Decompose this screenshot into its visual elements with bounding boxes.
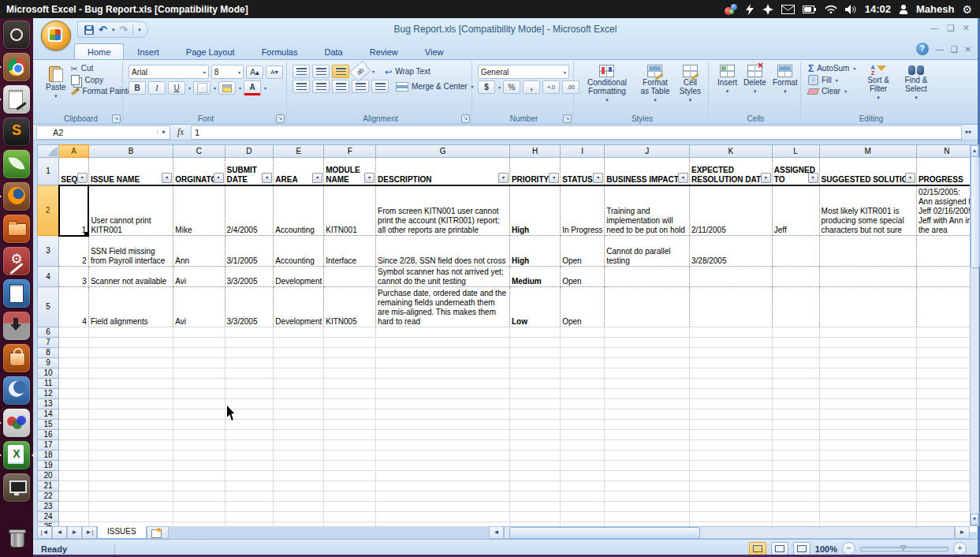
empty-cell[interactable] — [819, 440, 916, 450]
empty-cell[interactable] — [689, 481, 772, 492]
restore-button[interactable]: ❑ — [947, 23, 955, 33]
filter-dropdown[interactable]: ▾ — [678, 173, 688, 183]
empty-cell[interactable] — [274, 481, 324, 492]
cell[interactable] — [772, 287, 819, 327]
empty-cell[interactable] — [605, 471, 690, 481]
empty-cell[interactable] — [324, 512, 376, 522]
zoom-out-button[interactable]: − — [842, 542, 855, 555]
cell[interactable]: Avi — [173, 267, 225, 287]
empty-cell[interactable] — [88, 368, 173, 379]
empty-cell[interactable] — [274, 420, 324, 430]
cell[interactable]: Avi — [173, 287, 225, 327]
empty-cell[interactable] — [605, 389, 690, 399]
cell[interactable]: KITN001 — [324, 185, 376, 236]
empty-cell[interactable] — [274, 338, 324, 348]
header-cell[interactable]: PROGRESS — [916, 158, 977, 185]
font-family-combo[interactable]: Arial▾ — [129, 65, 209, 79]
close-button[interactable]: ✕ — [963, 23, 970, 33]
header-cell[interactable]: DESCRIPTION▾ — [376, 158, 510, 185]
align-center-button[interactable] — [312, 80, 330, 93]
empty-cell[interactable] — [88, 512, 173, 522]
empty-cell[interactable] — [819, 512, 916, 522]
empty-cell[interactable] — [509, 399, 560, 409]
empty-cell[interactable] — [916, 481, 977, 492]
empty-cell[interactable] — [689, 512, 772, 522]
decrease-indent-button[interactable] — [352, 80, 369, 93]
align-top-button[interactable] — [293, 65, 310, 78]
empty-cell[interactable] — [59, 461, 89, 471]
row-header[interactable]: 16 — [38, 430, 59, 440]
empty-cell[interactable] — [561, 471, 605, 481]
empty-cell[interactable] — [173, 461, 225, 471]
empty-cell[interactable] — [561, 481, 605, 492]
empty-cell[interactable] — [173, 358, 225, 368]
empty-cell[interactable] — [561, 379, 605, 389]
empty-cell[interactable] — [274, 327, 324, 338]
column-header-i[interactable]: I — [561, 145, 605, 158]
empty-cell[interactable] — [772, 368, 819, 379]
empty-cell[interactable] — [173, 409, 225, 420]
empty-cell[interactable] — [605, 399, 690, 409]
insert-cells-button[interactable]: Insert▾ — [714, 63, 740, 97]
zoom-level[interactable]: 100% — [815, 544, 837, 554]
empty-cell[interactable] — [689, 399, 772, 409]
cell[interactable]: From screen KITN001 user cannot print th… — [376, 185, 510, 236]
dock-item-writer[interactable] — [3, 279, 30, 308]
selected-cell-a2[interactable]: 1 — [59, 185, 89, 236]
column-header-d[interactable]: D — [225, 145, 274, 158]
cell[interactable] — [819, 267, 916, 287]
empty-cell[interactable] — [324, 461, 376, 471]
zoom-slider-handle[interactable]: ▽ — [900, 544, 906, 551]
empty-cell[interactable] — [509, 420, 560, 430]
row-header[interactable]: 15 — [38, 420, 59, 430]
empty-cell[interactable] — [173, 379, 225, 389]
empty-cell[interactable] — [324, 327, 376, 338]
cell[interactable]: Symbol scanner has not arrived yet; cann… — [376, 267, 510, 287]
header-cell[interactable]: ORGINATOR▾ — [173, 158, 225, 185]
empty-cell[interactable] — [59, 471, 89, 481]
dock-item-sublime-text[interactable] — [3, 118, 30, 146]
shrink-font-button[interactable]: A▾ — [266, 65, 283, 79]
empty-cell[interactable] — [561, 409, 605, 420]
cell[interactable]: Open — [561, 287, 605, 327]
empty-cell[interactable] — [916, 492, 977, 502]
empty-cell[interactable] — [916, 379, 977, 389]
dock-item-chrome[interactable] — [3, 53, 30, 81]
dock-item-blue-swirl-app[interactable] — [3, 376, 30, 405]
row-header[interactable]: 11 — [38, 379, 59, 389]
cell[interactable]: SSN Field missing from Payroll interface — [88, 236, 173, 267]
empty-cell[interactable] — [509, 440, 560, 450]
empty-cell[interactable] — [509, 502, 560, 512]
empty-cell[interactable] — [59, 420, 89, 430]
empty-cell[interactable] — [88, 450, 173, 461]
filter-dropdown[interactable]: ▾ — [905, 173, 915, 183]
empty-cell[interactable] — [225, 481, 274, 492]
empty-cell[interactable] — [376, 409, 510, 420]
empty-cell[interactable] — [509, 461, 560, 471]
empty-cell[interactable] — [605, 358, 690, 368]
column-header-a[interactable]: A — [59, 145, 89, 158]
next-sheet-button[interactable]: ► — [67, 526, 82, 539]
cell[interactable]: 2/11/2005 — [689, 185, 772, 236]
row-header[interactable]: 19 — [38, 461, 59, 471]
cell[interactable] — [324, 267, 376, 287]
empty-cell[interactable] — [274, 492, 324, 502]
empty-cell[interactable] — [59, 430, 89, 440]
empty-cell[interactable] — [916, 502, 977, 512]
empty-cell[interactable] — [819, 502, 916, 512]
empty-cell[interactable] — [274, 409, 324, 420]
empty-cell[interactable] — [225, 389, 274, 399]
row-header[interactable]: 4 — [38, 267, 59, 287]
workbook-restore-button[interactable]: ❑ — [951, 45, 958, 54]
empty-cell[interactable] — [819, 379, 916, 389]
empty-cell[interactable] — [59, 358, 89, 368]
empty-cell[interactable] — [376, 502, 510, 512]
empty-cell[interactable] — [376, 512, 510, 522]
dock-item-software-center[interactable] — [3, 344, 30, 372]
row-header[interactable]: 18 — [38, 450, 59, 461]
empty-cell[interactable] — [324, 481, 376, 492]
empty-cell[interactable] — [59, 348, 89, 358]
cell[interactable]: Purchase date, ordered date and the rema… — [376, 287, 510, 327]
empty-cell[interactable] — [509, 389, 560, 399]
empty-cell[interactable] — [819, 461, 916, 471]
